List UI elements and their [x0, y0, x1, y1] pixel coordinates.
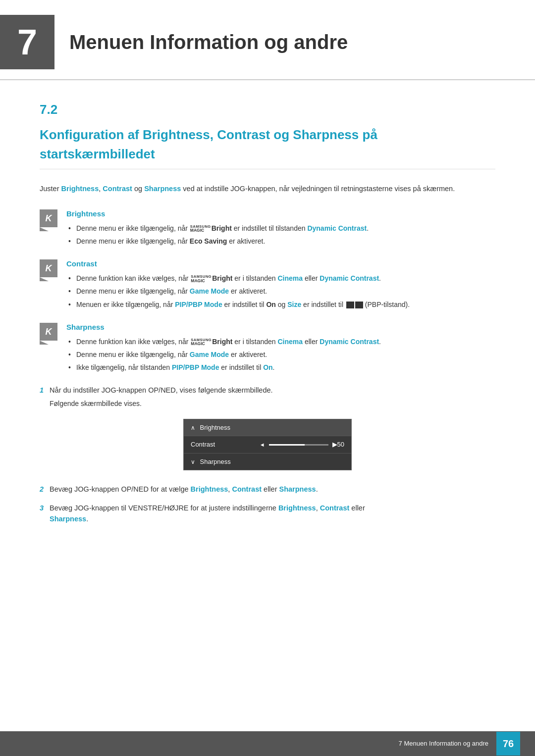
contrast-bullet-2: Denne menu er ikke tilgængelig, når Game… — [66, 286, 495, 297]
footer-page-number: 76 — [496, 732, 520, 756]
chapter-title: Menuen Information og andre — [69, 27, 348, 57]
sharpness-note-block: K Sharpness Denne funktion kan ikke vælg… — [40, 322, 495, 375]
page-footer: 7 Menuen Information og andre 76 — [0, 731, 535, 756]
sharpness-bullet-2: Denne menu er ikke tilgængelig, når Game… — [66, 349, 495, 360]
contrast-heading: Contrast — [66, 258, 495, 270]
contrast-bullet-3: Menuen er ikke tilgængelig, når PIP/PBP … — [66, 299, 495, 310]
samsung-magic-1: SAMSUNGMAGIC — [190, 225, 211, 233]
section-heading: 7.2 Konfiguration af Brightness, Contras… — [40, 100, 495, 169]
brightness-bullet-2: Denne menu er ikke tilgængelig, når Eco … — [66, 236, 495, 247]
contrast-note-content: Contrast Denne funktion kan ikke vælges,… — [66, 258, 495, 312]
osd-container: ∧ Brightness Contrast ◄ ▶50 ∨ Sharpness — [40, 419, 495, 471]
intro-paragraph: Juster Brightness, Contrast og Sharpness… — [40, 183, 495, 195]
samsung-magic-2: SAMSUNGMAGIC — [191, 275, 212, 283]
footer-text: 7 Menuen Information og andre — [399, 739, 488, 749]
step-2: 2 Bevæg JOG-knappen OP/NED for at vælge … — [40, 484, 495, 495]
contrast-icon: K — [40, 259, 57, 277]
step-2-number: 2 — [40, 485, 44, 493]
contrast-ref: Contrast — [103, 185, 132, 193]
chapter-header: 7 Menuen Information og andre — [0, 0, 535, 80]
osd-sharpness-row: ∨ Sharpness — [184, 454, 351, 470]
contrast-note-block: K Contrast Denne funktion kan ikke vælge… — [40, 258, 495, 312]
sharpness-ref: Sharpness — [144, 185, 181, 193]
section-number: 7.2 — [40, 100, 57, 119]
samsung-magic-3: SAMSUNGMAGIC — [191, 338, 212, 346]
osd-slider — [269, 444, 328, 446]
osd-slider-area: ◄ ▶50 — [260, 440, 344, 450]
brightness-list: Denne menu er ikke tilgængelig, når SAMS… — [66, 223, 495, 247]
contrast-list: Denne funktion kan ikke vælges, når SAMS… — [66, 273, 495, 310]
osd-arrow-left: ◄ — [260, 441, 265, 449]
osd-slider-fill — [269, 444, 305, 446]
brightness-note-content: Brightness Denne menu er ikke tilgængeli… — [66, 208, 495, 249]
sharpness-bullet-3: Ikke tilgængelig, når tilstanden PIP/PBP… — [66, 362, 495, 373]
sharpness-note-content: Sharpness Denne funktion kan ikke vælges… — [66, 322, 495, 375]
chapter-number: 7 — [0, 15, 54, 69]
step-3: 3 Bevæg JOG-knappen til VENSTRE/HØJRE fo… — [40, 503, 495, 525]
contrast-bullet-1: Denne funktion kan ikke vælges, når SAMS… — [66, 273, 495, 284]
brightness-ref: Brightness — [61, 185, 99, 193]
brightness-heading: Brightness — [66, 208, 495, 220]
step-3-number: 3 — [40, 504, 44, 512]
brightness-bullet-1: Denne menu er ikke tilgængelig, når SAMS… — [66, 223, 495, 234]
sharpness-heading: Sharpness — [66, 322, 495, 333]
brightness-note-block: K Brightness Denne menu er ikke tilgænge… — [40, 208, 495, 249]
sharpness-bullet-1: Denne funktion kan ikke vælges, når SAMS… — [66, 336, 495, 347]
brightness-icon: K — [40, 209, 57, 227]
osd-value: ▶50 — [332, 440, 344, 450]
sharpness-icon: K — [40, 323, 57, 341]
sharpness-list: Denne funktion kan ikke vælges, når SAMS… — [66, 336, 495, 373]
step-1-number: 1 — [40, 386, 44, 394]
osd-menu: ∧ Brightness Contrast ◄ ▶50 ∨ Sharpness — [183, 419, 352, 471]
osd-brightness-row: ∧ Brightness — [184, 419, 351, 437]
pip-blocks — [346, 302, 363, 308]
osd-contrast-row: Contrast ◄ ▶50 — [184, 436, 351, 454]
section-title: Konfiguration af Brightness, Contrast og… — [40, 125, 495, 164]
step-1-subtext: Følgende skærmbillede vises. — [40, 398, 495, 409]
step-1: 1 Når du indstiller JOG-knappen OP/NED, … — [40, 385, 495, 409]
main-content: 7.2 Konfiguration af Brightness, Contras… — [0, 100, 535, 557]
